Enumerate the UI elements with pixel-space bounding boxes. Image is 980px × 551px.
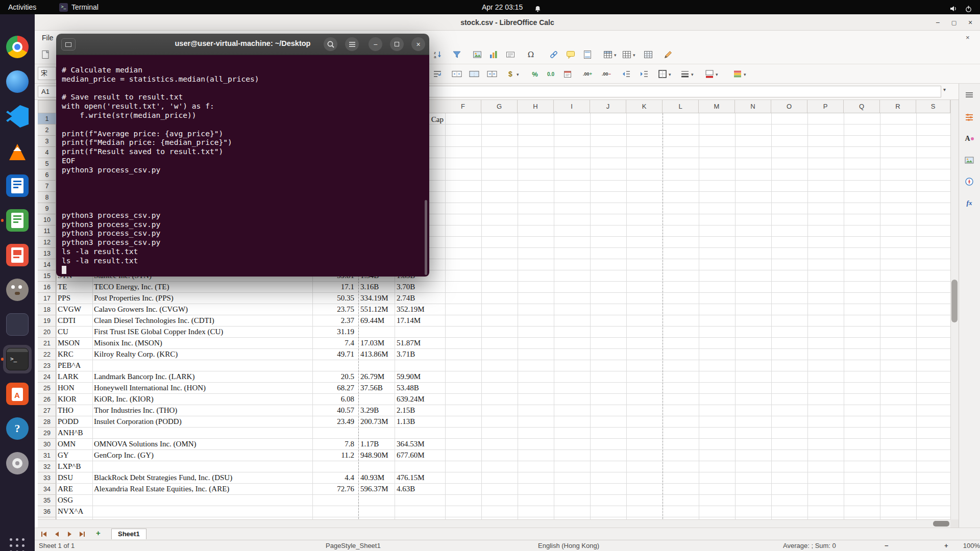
column-header-O[interactable]: O bbox=[771, 100, 807, 113]
cell-C17[interactable]: 50.35 bbox=[312, 293, 356, 304]
row-header-5[interactable]: 5 bbox=[38, 158, 56, 169]
cell-D16[interactable]: 3.16B bbox=[360, 282, 393, 293]
decrease-indent-button[interactable] bbox=[620, 67, 633, 81]
format-as-percent-button[interactable]: % bbox=[528, 67, 542, 81]
row-header-2[interactable]: 2 bbox=[38, 124, 56, 136]
cell-E26[interactable]: 639.24M bbox=[397, 394, 439, 405]
terminal-minimize-button[interactable]: − bbox=[369, 37, 382, 51]
cell-A29[interactable]: ANH^B bbox=[58, 428, 90, 439]
properties-icon[interactable] bbox=[963, 111, 975, 123]
cell-C18[interactable]: 23.75 bbox=[312, 304, 356, 315]
zoom-out-button[interactable]: − bbox=[885, 540, 889, 551]
dock-item-vscode[interactable] bbox=[0, 99, 35, 134]
cell-E27[interactable]: 2.15B bbox=[397, 405, 439, 416]
cell-C31[interactable]: 11.2 bbox=[312, 450, 356, 461]
status-page-style[interactable]: PageStyle_Sheet1 bbox=[326, 540, 381, 551]
border-color-button[interactable] bbox=[703, 67, 716, 81]
font-name-box[interactable]: 宋 bbox=[38, 67, 56, 80]
dock-item-libreoffice-calc[interactable] bbox=[0, 203, 35, 238]
cell-E19[interactable]: 17.14M bbox=[397, 315, 439, 327]
cell-C27[interactable]: 40.57 bbox=[312, 405, 356, 416]
terminal-title-bar[interactable]: user@user-virtual-machine: ~/Desktop − × bbox=[56, 34, 429, 55]
calc-maximize-button[interactable]: ▢ bbox=[949, 18, 959, 28]
cell-E17[interactable]: 2.74B bbox=[397, 293, 439, 304]
cell-E25[interactable]: 53.48B bbox=[397, 383, 439, 394]
cell-B27[interactable]: Thor Industries Inc. (THO) bbox=[94, 405, 310, 416]
cell-D19[interactable]: 69.44M bbox=[360, 315, 393, 327]
calc-title-bar[interactable]: stock.csv - LibreOffice Calc bbox=[35, 14, 980, 31]
cell-E22[interactable]: 3.71B bbox=[397, 349, 439, 360]
dock-item-libreoffice-writer[interactable] bbox=[0, 168, 35, 203]
row-header-13[interactable]: 13 bbox=[38, 248, 56, 259]
menu-file[interactable]: File bbox=[42, 31, 54, 45]
column-header-Q[interactable]: Q bbox=[844, 100, 880, 113]
row-header-1[interactable]: 1 bbox=[38, 113, 56, 124]
terminal-window[interactable]: user@user-virtual-machine: ~/Desktop − ×… bbox=[56, 34, 429, 277]
format-as-date-button[interactable] bbox=[561, 67, 574, 81]
row-header-6[interactable]: 6 bbox=[38, 169, 56, 181]
add-sheet-button[interactable]: + bbox=[96, 529, 101, 537]
app-grid-button[interactable] bbox=[0, 529, 35, 551]
styles-icon[interactable]: A bbox=[963, 133, 975, 145]
cell-D34[interactable]: 596.37M bbox=[360, 484, 393, 495]
row-header-10[interactable]: 10 bbox=[38, 214, 56, 226]
column-header-G[interactable]: G bbox=[481, 100, 518, 113]
dropdown-arrow-icon[interactable]: ▾ bbox=[691, 72, 694, 77]
insert-image-button[interactable] bbox=[471, 48, 484, 61]
row-header-9[interactable]: 9 bbox=[38, 203, 56, 214]
clock-button[interactable]: Apr 22 03:15 bbox=[482, 0, 523, 14]
cell-D30[interactable]: 1.17B bbox=[360, 439, 393, 450]
status-language[interactable]: English (Hong Kong) bbox=[538, 540, 599, 551]
cell-A23[interactable]: PEB^A bbox=[58, 360, 90, 371]
freeze-rows-and-columns-button[interactable] bbox=[601, 48, 615, 61]
cell-A20[interactable]: CU bbox=[58, 327, 90, 338]
row-header-27[interactable]: 27 bbox=[38, 405, 56, 416]
cell-B21[interactable]: Misonix Inc. (MSON) bbox=[94, 338, 310, 349]
dock-item-system-settings[interactable] bbox=[0, 446, 35, 481]
row-header-12[interactable]: 12 bbox=[38, 237, 56, 248]
row-header-16[interactable]: 16 bbox=[38, 282, 56, 293]
dock-item-libreoffice-impress[interactable] bbox=[0, 238, 35, 272]
column-header-M[interactable]: M bbox=[699, 100, 735, 113]
row-header-33[interactable]: 33 bbox=[38, 472, 56, 484]
app-menu-button[interactable]: Terminal bbox=[71, 0, 99, 14]
row-header-8[interactable]: 8 bbox=[38, 192, 56, 203]
volume-icon[interactable] bbox=[949, 3, 958, 17]
cell-D33[interactable]: 40.93M bbox=[360, 472, 393, 484]
delete-decimal-place-button[interactable]: .00− bbox=[600, 67, 613, 81]
cell-A28[interactable]: PODD bbox=[58, 416, 90, 428]
row-header-11[interactable]: 11 bbox=[38, 226, 56, 237]
cell-E18[interactable]: 352.19M bbox=[397, 304, 439, 315]
cell-A21[interactable]: MSON bbox=[58, 338, 90, 349]
functions-icon[interactable]: fx bbox=[963, 197, 975, 209]
dropdown-arrow-icon[interactable]: ▾ bbox=[517, 72, 519, 77]
toggle-grid-lines-button[interactable] bbox=[642, 48, 655, 61]
row-header-24[interactable]: 24 bbox=[38, 371, 56, 383]
cell-E21[interactable]: 51.87M bbox=[397, 338, 439, 349]
sort-descending-button[interactable]: za bbox=[431, 48, 445, 61]
dock-item-blue-app[interactable] bbox=[0, 64, 35, 99]
row-header-17[interactable]: 17 bbox=[38, 293, 56, 304]
special-character-button[interactable]: Ω bbox=[524, 48, 537, 61]
row-header-36[interactable]: 36 bbox=[38, 506, 56, 517]
vertical-scrollbar-thumb[interactable] bbox=[951, 280, 958, 322]
formula-bar-expand-icon[interactable]: ▾ bbox=[943, 87, 946, 92]
cell-A24[interactable]: LARK bbox=[58, 371, 90, 383]
row-header-19[interactable]: 19 bbox=[38, 315, 56, 327]
cell-D17[interactable]: 334.19M bbox=[360, 293, 393, 304]
terminal-search-button[interactable] bbox=[324, 37, 337, 51]
row-header-4[interactable]: 4 bbox=[38, 147, 56, 158]
cell-B28[interactable]: Insulet Corporation (PODD) bbox=[94, 416, 310, 428]
increase-indent-button[interactable] bbox=[638, 67, 651, 81]
row-header-34[interactable]: 34 bbox=[38, 484, 56, 495]
merge-cells-button[interactable] bbox=[468, 67, 481, 81]
row-header-26[interactable]: 26 bbox=[38, 394, 56, 405]
horizontal-scrollbar-thumb[interactable] bbox=[933, 521, 949, 527]
dock-item-ubuntu-software[interactable]: A bbox=[0, 377, 35, 411]
headers-and-footers-button[interactable] bbox=[581, 48, 594, 61]
status-aggregates[interactable]: Average: ; Sum: 0 bbox=[783, 540, 836, 551]
merge-and-center-button[interactable] bbox=[450, 67, 463, 81]
cell-A27[interactable]: THO bbox=[58, 405, 90, 416]
horizontal-scrollbar[interactable] bbox=[38, 519, 950, 528]
cell-A31[interactable]: GY bbox=[58, 450, 90, 461]
